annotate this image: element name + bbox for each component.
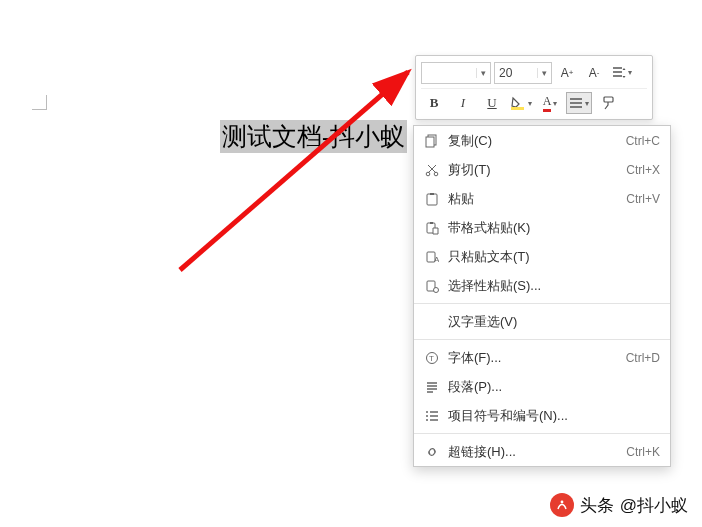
paste-icon	[422, 192, 442, 206]
svg-point-18	[426, 419, 428, 421]
chevron-down-icon: ▾	[476, 68, 490, 78]
watermark-author: @抖小蚁	[620, 494, 688, 517]
watermark-prefix: 头条	[580, 494, 614, 517]
cut-icon	[422, 163, 442, 177]
chevron-down-icon: ▾	[528, 99, 532, 108]
paste-with-format-menu-item[interactable]: 带格式粘贴(K)	[414, 213, 670, 242]
paste-text-icon: A	[422, 250, 442, 264]
svg-rect-3	[426, 137, 434, 147]
svg-rect-1	[604, 97, 613, 102]
mini-format-toolbar: ▾ 20▾ A+ A- ▾ B I U ▾ A ▾	[415, 55, 653, 120]
menu-separator	[414, 433, 670, 434]
bold-button[interactable]: B	[421, 92, 447, 114]
chevron-down-icon: ▾	[585, 99, 589, 108]
chevron-down-icon: ▾	[553, 99, 557, 108]
font-menu-item[interactable]: T 字体(F)... Ctrl+D	[414, 343, 670, 372]
font-color-button[interactable]: A ▾	[537, 92, 563, 114]
paste-text-only-menu-item[interactable]: A 只粘贴文本(T)	[414, 242, 670, 271]
reselect-hanzi-menu-item[interactable]: 汉字重选(V)	[414, 307, 670, 336]
paste-menu-item[interactable]: 粘贴 Ctrl+V	[414, 184, 670, 213]
watermark: 头条 @抖小蚁	[550, 493, 688, 517]
paragraph-icon	[422, 380, 442, 394]
cut-menu-item[interactable]: 剪切(T) Ctrl+X	[414, 155, 670, 184]
svg-text:T: T	[429, 354, 434, 363]
font-family-combo[interactable]: ▾	[421, 62, 491, 84]
svg-point-17	[426, 415, 428, 417]
svg-point-20	[560, 501, 563, 504]
format-painter-button[interactable]	[595, 92, 621, 114]
paste-format-icon	[422, 221, 442, 235]
watermark-badge-icon	[550, 493, 574, 517]
italic-button[interactable]: I	[450, 92, 476, 114]
chevron-down-icon: ▾	[628, 68, 632, 77]
paste-special-menu-item[interactable]: 选择性粘贴(S)...	[414, 271, 670, 300]
selected-text[interactable]: 测试文档-抖小蚁	[220, 120, 407, 153]
svg-point-16	[426, 411, 428, 413]
chevron-down-icon: ▾	[537, 68, 551, 78]
font-icon: T	[422, 351, 442, 365]
paste-special-icon	[422, 279, 442, 293]
highlight-button[interactable]: ▾	[508, 92, 534, 114]
copy-icon	[422, 134, 442, 148]
underline-button[interactable]: U	[479, 92, 505, 114]
font-size-combo[interactable]: 20▾	[494, 62, 552, 84]
paragraph-menu-item[interactable]: 段落(P)...	[414, 372, 670, 401]
svg-rect-0	[511, 107, 524, 110]
svg-point-13	[434, 287, 439, 292]
svg-text:A: A	[434, 255, 439, 264]
menu-separator	[414, 339, 670, 340]
line-spacing-button[interactable]: ▾	[609, 62, 633, 84]
svg-rect-7	[430, 193, 434, 195]
link-icon	[422, 445, 442, 459]
grow-font-button[interactable]: A+	[555, 62, 579, 84]
copy-menu-item[interactable]: 复制(C) Ctrl+C	[414, 126, 670, 155]
menu-separator	[414, 303, 670, 304]
svg-rect-6	[427, 194, 437, 205]
bullets-icon	[422, 409, 442, 423]
page-corner-mark	[32, 95, 47, 110]
context-menu: 复制(C) Ctrl+C 剪切(T) Ctrl+X 粘贴 Ctrl+V 带格式粘…	[413, 125, 671, 467]
align-button[interactable]: ▾	[566, 92, 592, 114]
hyperlink-menu-item[interactable]: 超链接(H)... Ctrl+K	[414, 437, 670, 466]
svg-rect-9	[430, 222, 433, 224]
shrink-font-button[interactable]: A-	[582, 62, 606, 84]
bullets-numbering-menu-item[interactable]: 项目符号和编号(N)...	[414, 401, 670, 430]
